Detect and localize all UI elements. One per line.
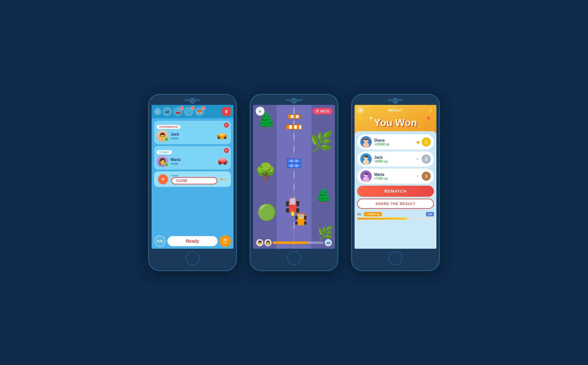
jack-medal-rank: 2 bbox=[425, 157, 427, 161]
lobby-footer: Info Ready 25 sec bbox=[152, 234, 233, 249]
barrier-mid-bar bbox=[286, 125, 302, 130]
svg-rect-34 bbox=[295, 221, 298, 225]
invite-dots bbox=[220, 178, 227, 180]
pause-button[interactable]: ⏸ bbox=[256, 107, 265, 116]
phone3-screen-wrap: ✕ RESULT ⚡ ✦ ✦ ✦ You Won bbox=[355, 105, 436, 249]
progress-fill bbox=[273, 241, 308, 244]
svg-rect-17 bbox=[226, 161, 228, 162]
maria-car bbox=[217, 156, 228, 167]
back-button[interactable]: ‹ bbox=[154, 108, 161, 115]
svg-rect-24 bbox=[286, 208, 289, 213]
jack-car-svg bbox=[216, 131, 228, 140]
diana-arrow-icon: ◀ bbox=[416, 139, 419, 144]
phone-result: ✕ RESULT ⚡ ✦ ✦ ✦ You Won bbox=[351, 94, 440, 271]
maria-result-xp: +7350 xp bbox=[374, 177, 413, 180]
svg-point-6 bbox=[225, 137, 226, 138]
star-deco-1: ✦ bbox=[369, 115, 373, 121]
diana-medal: 1 bbox=[422, 138, 431, 146]
phone1-screen: ‹ 🏎 🚗 1 🐦 4 🦊 2 🗑 bbox=[152, 105, 233, 249]
jack-car bbox=[216, 131, 228, 141]
lobby-header: ‹ 🏎 🚗 1 🐦 4 🦊 2 🗑 bbox=[152, 105, 233, 118]
result-row-maria: Maria +7350 xp ✦ 3 bbox=[357, 169, 434, 184]
timer-display: 25 sec bbox=[219, 235, 231, 247]
jack-check: ✓ bbox=[164, 137, 169, 142]
svg-rect-35 bbox=[304, 221, 307, 225]
svg-rect-32 bbox=[295, 216, 298, 220]
maria-medal-rank: 3 bbox=[425, 174, 427, 178]
invite-plus-button[interactable]: + bbox=[158, 174, 168, 184]
diana-avatar bbox=[360, 136, 372, 148]
me-xp-fill bbox=[357, 218, 407, 220]
result-title: RESULT bbox=[364, 109, 427, 112]
jack-card: ✕ INTERMEDIATE 👨 ✓ Jack ready bbox=[154, 121, 231, 144]
invite-label: Invite bbox=[171, 174, 217, 177]
avatar-wrap-2: 🚗 1 bbox=[173, 107, 183, 116]
rematch-button[interactable]: REMATCH bbox=[357, 186, 434, 197]
phone2-screen-wrap: 🌲 🌿 🌳 🌲 🟢 🌿 bbox=[253, 105, 335, 249]
invite-info: Invite CLOSE bbox=[171, 174, 217, 184]
bush-2: 🟢 bbox=[257, 203, 277, 221]
jack-avatar-wrap: 👨 ✓ bbox=[157, 130, 168, 142]
maria-star-icon: ✦ bbox=[415, 174, 419, 179]
you-won-text: You Won bbox=[374, 117, 417, 128]
jack-card-close[interactable]: ✕ bbox=[224, 123, 229, 128]
svg-rect-21 bbox=[291, 199, 295, 204]
jack-card-row: 👨 ✓ Jack ready bbox=[157, 130, 228, 142]
result-close-button[interactable]: ✕ bbox=[357, 107, 364, 114]
maria-status: ready bbox=[171, 162, 214, 165]
tree-2: 🌿 bbox=[310, 130, 333, 153]
maria-card-close[interactable]: ✕ bbox=[224, 148, 229, 153]
avatar-wrap-1: 🏎 bbox=[162, 107, 172, 116]
player1-avatar-sm: 👦 bbox=[256, 239, 263, 246]
badge-3: 2 bbox=[202, 106, 206, 110]
maria-result-avatar bbox=[360, 170, 372, 182]
you-won-wrap: ✦ ✦ ✦ You Won bbox=[374, 117, 417, 129]
diana-xp: +10500 xp bbox=[374, 143, 413, 146]
maria-difficulty-label: STREET bbox=[157, 150, 172, 154]
svg-rect-31 bbox=[299, 214, 303, 218]
svg-point-5 bbox=[218, 137, 219, 138]
result-header: ✕ RESULT ⚡ bbox=[355, 105, 436, 116]
svg-rect-2 bbox=[219, 133, 225, 136]
timer-value: 00:15 bbox=[320, 109, 329, 113]
avatar-wrap-3: 🐦 4 bbox=[184, 107, 193, 116]
jack-status: ready bbox=[171, 137, 213, 140]
avatar-wrap-4: 🦊 2 bbox=[195, 107, 204, 116]
result-screen: ✕ RESULT ⚡ ✦ ✦ ✦ You Won bbox=[355, 105, 436, 249]
player2-avatar-sm: 👩 bbox=[265, 239, 271, 246]
obstacle-block bbox=[287, 159, 301, 168]
deco-circle-2 bbox=[360, 118, 362, 120]
invite-close-button[interactable]: CLOSE bbox=[171, 177, 217, 184]
bush-1: 🌳 bbox=[255, 162, 277, 182]
obstacle-bar-1 bbox=[287, 159, 301, 163]
phone-speaker bbox=[185, 99, 200, 101]
dot-2 bbox=[223, 179, 225, 180]
star-deco-3: ✦ bbox=[376, 118, 379, 122]
game-progress-bar: 👦 👩 🏎 bbox=[253, 239, 335, 246]
lobby-screen: ‹ 🏎 🚗 1 🐦 4 🦊 2 🗑 bbox=[152, 105, 233, 249]
share-result-button[interactable]: SHARE THE RESULT bbox=[357, 199, 434, 209]
maria-result-svg bbox=[360, 170, 372, 182]
me-xp-badge: +10500 xp bbox=[363, 212, 382, 216]
me-position-badge: 1st bbox=[426, 212, 434, 216]
ready-button[interactable]: Ready bbox=[167, 236, 218, 246]
maria-result-name: Maria bbox=[374, 172, 413, 177]
bush-3: 🌿 bbox=[317, 225, 333, 240]
info-button[interactable]: Info bbox=[154, 235, 166, 247]
diana-info: Diana +10500 xp bbox=[374, 138, 413, 146]
timer-icon: ⏱ bbox=[316, 109, 319, 113]
result-row-diana: Diana +10500 xp ◀ 1 bbox=[357, 134, 434, 150]
timer-badge: ⏱ 00:15 bbox=[312, 108, 332, 114]
svg-rect-33 bbox=[304, 216, 307, 220]
badge-2: 4 bbox=[191, 106, 195, 110]
phone-lobby: ‹ 🏎 🚗 1 🐦 4 🦊 2 🗑 bbox=[148, 94, 237, 271]
maria-car-svg bbox=[217, 156, 228, 165]
deco-circle-1 bbox=[427, 116, 430, 119]
jack-result-svg bbox=[360, 153, 372, 165]
trash-button[interactable]: 🗑 bbox=[222, 107, 231, 116]
svg-point-46 bbox=[363, 177, 369, 182]
star-deco-2: ✦ bbox=[418, 125, 421, 129]
header-avatar-1: 🏎 bbox=[162, 107, 172, 116]
maria-result-info: Maria +7350 xp bbox=[374, 172, 413, 180]
obstacle-bar-2 bbox=[287, 163, 301, 168]
